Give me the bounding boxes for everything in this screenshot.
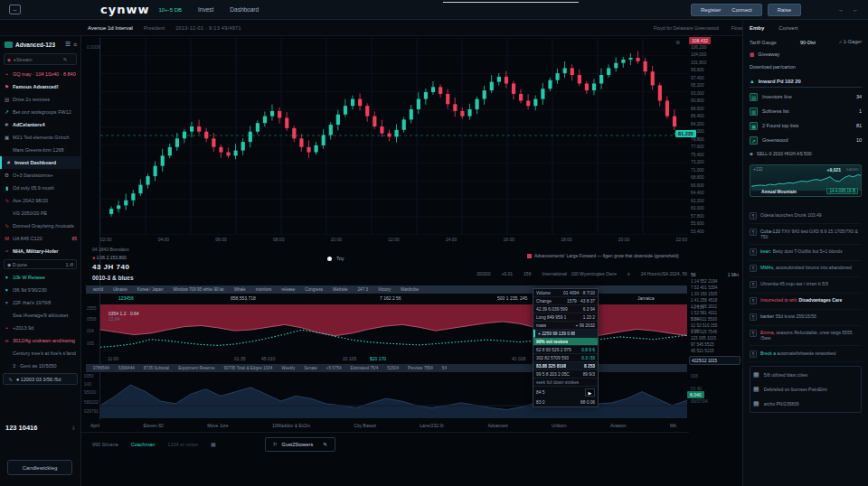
watchlist-item[interactable]: ≈NHA, Military-Hofer <box>0 245 80 257</box>
depth-area-chart[interactable] <box>100 304 687 355</box>
news-item[interactable]: ¶banker 55d know 255/15/55 <box>750 310 862 326</box>
coachman-link[interactable]: Coachman <box>131 442 156 447</box>
watchlist-item[interactable]: ▾22F that's 1979/8 <box>0 296 80 309</box>
table-column-header[interactable]: Wardrobe <box>401 287 419 292</box>
strip2-column-header[interactable]: Preview 7554 <box>408 366 433 370</box>
month-axis-label[interactable]: Lane/232.0r <box>420 423 444 428</box>
table-column-header[interactable]: Window 709 95 white 90 lat <box>173 287 223 292</box>
watchlist-item[interactable]: Century tree's at five's s'land <box>0 347 80 360</box>
table-column-header[interactable]: release <box>281 287 295 292</box>
nav-item-dashboard[interactable]: Dashboard <box>230 6 259 13</box>
panel-stat-row[interactable]: ↗Greenwood10 <box>750 133 862 147</box>
watchlist-item[interactable]: ∿● 12003 03 3/56 /5d <box>3 373 78 385</box>
month-axis-label[interactable]: April <box>90 423 99 428</box>
edit-pencil-icon[interactable]: ✎ <box>323 442 327 447</box>
candlestick-chart[interactable] <box>100 38 687 235</box>
register-button[interactable]: Register <box>701 7 721 13</box>
watchlist-filter-input[interactable]: ◆ D-june1 ifl <box>4 259 77 269</box>
month-axis-label[interactable]: Eleven 82 <box>143 423 163 428</box>
ladder-row[interactable]: 1 04 405 2011 <box>689 304 741 310</box>
ladder-row[interactable]: 7 52 401 5354 <box>689 285 741 291</box>
watchlist-item[interactable]: Sea /Average/9 all/outset <box>0 309 80 322</box>
panel-stat-row[interactable]: ▥Softness list1 <box>750 104 862 118</box>
watchlist-item[interactable]: ✳AdCelanters4 <box>0 118 80 131</box>
volume-area-chart[interactable] <box>100 373 687 418</box>
connect-button[interactable]: Connect <box>731 7 751 13</box>
news-item[interactable]: ¶MMAs, autosubmitted forums into abandon… <box>750 261 862 277</box>
month-axis-label[interactable]: City Based <box>354 423 376 428</box>
month-axis-label[interactable]: 10Maddox & Ex2m <box>272 423 310 428</box>
watchlist-item[interactable]: •GQ may · 104 10x40 · 8 840 <box>0 68 80 80</box>
watchlist-item[interactable]: VG 2050/20 PE <box>0 207 80 220</box>
watchlist-item[interactable]: ΘO+3 Sandstorms+ <box>0 169 80 182</box>
toolbar-right-label-1[interactable]: Floyd for Delaware Greenwood <box>654 25 719 31</box>
watchlist-item[interactable]: #Invest Dashboard <box>0 156 80 169</box>
arrow-left-icon[interactable]: ← <box>853 6 859 13</box>
menu-lines-icon[interactable]: ≡ <box>73 42 77 48</box>
search-input[interactable] <box>14 57 61 62</box>
symbol-interval-label[interactable]: Avenue 1d Interval <box>88 25 133 31</box>
list-view-icon[interactable]: ☰ <box>65 41 71 48</box>
time-axis[interactable]: 02:0004:0006:0008:0010:0012:0014:0016:00… <box>100 237 687 242</box>
qr-link-item[interactable]: ▦5/8 utilized blast cities <box>753 368 858 382</box>
grid-icon[interactable]: ▦ <box>211 441 216 447</box>
ladder-row[interactable]: 123 005 1015 <box>689 335 741 341</box>
table-column-header[interactable]: Congress <box>305 287 323 292</box>
ladder-row[interactable]: 1 14 552 2194 <box>689 278 741 285</box>
watchlist-item[interactable]: 3 · Gent as 10/5050 <box>0 360 80 372</box>
watchlist-item[interactable]: ▮Od ovly 05.9 mush <box>0 182 80 194</box>
qr-link-item[interactable]: ▦archo PN/235839 <box>753 397 858 411</box>
watchlist-item[interactable]: ▾10k W Retwee <box>0 271 80 284</box>
arrow-right-icon[interactable]: → <box>837 6 844 13</box>
strip2-column-header[interactable]: 54 <box>442 366 447 370</box>
strip2-column-header[interactable]: Senate <box>304 366 317 370</box>
tab-emby[interactable]: Emby <box>750 25 764 31</box>
bottom-chart-month-axis[interactable]: AprilEleven 82Move Jure10Maddox & Ex2mCi… <box>90 423 676 428</box>
strip2-column-header[interactable]: 90795 Total & Edges 1004 <box>223 366 272 370</box>
news-item[interactable]: ¶Breck a automatefishwede networked <box>750 346 862 362</box>
axis-settings-gear-icon[interactable]: ⚙ <box>675 39 680 45</box>
mid-toolbar-item[interactable]: 24 HoursUSA 2024, 56 <box>641 271 687 276</box>
strip2-column-header[interactable]: 5399444 <box>118 366 135 370</box>
watchlist-item[interactable]: ∞3012/4g undrawn and/swing <box>0 334 80 347</box>
month-axis-label[interactable]: Aviation <box>610 423 627 428</box>
watchlist-item[interactable]: Mars Greens-brin 1268 <box>0 144 80 156</box>
news-item[interactable]: ¶Cuba-120 TXV 9X0 tied GXD 8.9 15 1705/7… <box>750 224 862 245</box>
ladder-row[interactable]: 5 04 011 5500 <box>689 316 741 322</box>
ladder-row[interactable]: 12 52 510 155 <box>689 322 741 329</box>
table-column-header[interactable]: Ukraine <box>113 287 127 292</box>
candlestick-button[interactable]: Candlewickleg <box>7 460 72 475</box>
watchlist-item[interactable]: ∿Ave 20A2 98/20 <box>0 194 80 207</box>
watchlist-item[interactable]: ⚑Famous Advanced! <box>0 80 80 93</box>
month-axis-label[interactable]: Advanced <box>487 423 507 428</box>
watchlist-item[interactable]: ▣M21 Ted elements Grinch <box>0 131 80 144</box>
strip2-column-header[interactable]: 8735 Subtotal <box>144 366 169 370</box>
ladder-row[interactable]: 45 521 5215 <box>689 348 741 354</box>
mid-toolbar-item[interactable]: ≡ <box>627 271 630 276</box>
order-ladder[interactable]: 561 Min1 14 552 21947 52 401 53541 30 15… <box>689 271 741 421</box>
watchlist-item[interactable]: MUA 845 C12085 <box>0 232 80 245</box>
watchlist-search[interactable]: ◆ ✎ <box>4 53 77 65</box>
watchlist-item[interactable]: ▤Drive 2x remixes <box>0 93 80 106</box>
table-column-header[interactable]: world <box>93 287 103 292</box>
pencil-icon[interactable]: ✎ <box>63 57 68 62</box>
watchlist-item[interactable]: ▾I36 9d 9'90/230 <box>0 284 80 296</box>
ladder-row[interactable]: 97 545 5515 <box>689 341 741 348</box>
panel-stat-row[interactable]: ▦2 Found top lists81 <box>750 118 862 133</box>
strip2-column-header[interactable]: 51504 <box>387 366 399 370</box>
watchlist-item[interactable]: ∿Donned Gray/wing /mutuals <box>0 220 80 232</box>
price-axis[interactable]: 108,400106,200104,000101,80099,60097,400… <box>691 38 740 235</box>
news-item[interactable]: ¶Ulmenka 45 mqu ww / zrtwn b 5/5 <box>750 277 862 294</box>
raise-button[interactable]: Raise <box>768 4 801 16</box>
table-column-header[interactable]: monitors <box>256 287 272 292</box>
play-button[interactable]: ▶ <box>585 388 595 397</box>
strip2-column-header[interactable]: Equipment Reserve <box>178 366 214 370</box>
news-item[interactable]: ¶Emma, seasons Refundable, crew twigs 55… <box>750 326 862 347</box>
ladder-row[interactable]: 1 52 581 4011 <box>689 310 741 316</box>
tab-convert[interactable]: Convert <box>778 25 797 31</box>
news-item[interactable]: ¶kean: Betty dust T-Outfits but 5+1 blon… <box>750 245 862 261</box>
ladder-row[interactable]: 1 41 258 4518 <box>689 297 741 304</box>
download-row-label[interactable]: Download par/carton <box>750 64 796 70</box>
mode-label[interactable]: President <box>144 25 165 31</box>
strip2-column-header[interactable]: +5 5754 <box>326 366 342 370</box>
